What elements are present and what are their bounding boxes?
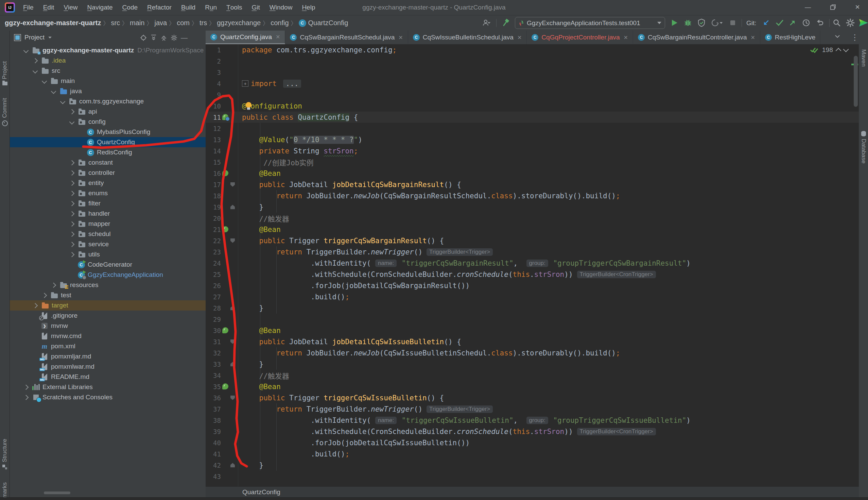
close-icon[interactable]: ✕ (398, 34, 403, 41)
code-line-32[interactable]: 32 return JobBuilder.newJob(CqSwIssueBul… (206, 347, 859, 359)
breadcrumb-item[interactable]: src (111, 19, 120, 27)
code-line-20[interactable]: 20 //触发器 (206, 213, 859, 224)
line-number[interactable]: 41 (206, 448, 221, 459)
line-number[interactable]: 38 (206, 414, 221, 426)
restore-icon[interactable] (822, 0, 844, 14)
line-number[interactable]: 40 (206, 437, 221, 448)
code-line-34[interactable]: 34 //触发器 (206, 370, 859, 381)
line-number[interactable]: 23 (206, 246, 221, 258)
fold-marker-icon[interactable] (231, 306, 235, 310)
menu-file[interactable]: File (18, 0, 38, 15)
code-line-24[interactable]: 24 .withIdentity( name: "triggerCqSwBarg… (206, 258, 859, 269)
profiler-icon[interactable] (709, 18, 725, 28)
menu-build[interactable]: Build (176, 0, 200, 15)
line-number[interactable]: 24 (206, 258, 221, 269)
line-number[interactable]: 9 (206, 89, 221, 100)
tab-CqSwBargainResultSchedul.java[interactable]: CCqSwBargainResultSchedul.java✕ (285, 31, 408, 44)
chevron-right-icon[interactable] (69, 170, 75, 175)
fold-marker-icon[interactable] (231, 205, 235, 209)
line-number[interactable]: 4 (206, 78, 221, 89)
code-line-31[interactable]: 31 public JobDetail jobDetailCqSwIssueBu… (206, 336, 859, 347)
code-editor[interactable]: 1package com.trs.ggzyexchange.config;234… (206, 44, 859, 486)
chevron-right-icon[interactable] (42, 293, 47, 298)
code-line-37[interactable]: 37 return TriggerBuilder.newTrigger()Tri… (206, 404, 859, 414)
chevron-right-icon[interactable] (69, 191, 75, 196)
fold-marker-icon[interactable] (231, 396, 235, 400)
stripe-tab-database[interactable]: Database (859, 131, 868, 163)
breadcrumb-item[interactable]: ggzyexchange (217, 19, 261, 27)
close-icon[interactable]: ✕ (517, 34, 522, 41)
chevron-right-icon[interactable] (69, 231, 75, 237)
tab-CqSwIssueBulletinSchedul.java[interactable]: CCqSwIssueBulletinSchedul.java✕ (408, 31, 527, 44)
code-line-39[interactable]: 39 .withSchedule(CronScheduleBuilder.cro… (206, 426, 859, 437)
line-number[interactable]: 33 (206, 359, 221, 370)
line-number[interactable]: 27 (206, 291, 221, 303)
close-icon[interactable]: ✕ (275, 34, 280, 40)
code-line-15[interactable]: 15 //创建Job实例 (206, 157, 859, 168)
code-line-17[interactable]: 17 public JobDetail jobDetailCqSwBargain… (206, 179, 859, 190)
hidden-tabs-chevron-icon[interactable] (834, 33, 841, 39)
tab-QuartzConfig.java[interactable]: CQuartzConfig.java✕ (206, 31, 285, 44)
line-number[interactable]: 32 (206, 347, 221, 359)
line-number[interactable]: 2 (206, 55, 221, 67)
menu-help[interactable]: Help (297, 0, 320, 15)
menu-navigate[interactable]: Navigate (83, 0, 118, 15)
line-number[interactable]: 10 (206, 100, 221, 112)
tree-item-entity[interactable]: entity (10, 178, 206, 188)
line-number[interactable]: 15 (206, 157, 221, 168)
code-line-18[interactable]: 18 return JobBuilder.newJob(CqSwBargainR… (206, 190, 859, 201)
tree-item-.gitignore[interactable]: .gitignore (10, 310, 206, 321)
tree-item-mapper[interactable]: mapper (10, 219, 206, 229)
chevron-right-icon[interactable] (69, 201, 75, 206)
code-line-1[interactable]: 1package com.trs.ggzyexchange.config; (206, 44, 859, 55)
code-line-26[interactable]: 26 .forJob(jobDetailCqSwBargainResult()) (206, 280, 859, 291)
code-line-27[interactable]: 27 .build(); (206, 291, 859, 303)
menu-view[interactable]: View (59, 0, 82, 15)
code-line-29[interactable]: 29 (206, 314, 859, 325)
breadcrumb-item[interactable]: main (130, 19, 144, 27)
line-number[interactable]: 14 (206, 145, 221, 157)
menu-code[interactable]: Code (118, 0, 142, 15)
code-line-10[interactable]: 10@Configuration (206, 100, 859, 112)
user-icon[interactable] (481, 18, 492, 28)
tree-item-constant[interactable]: constant (10, 158, 206, 168)
code-line-30[interactable]: 30 @Bean (206, 325, 859, 336)
toolbox-icon[interactable] (859, 18, 868, 27)
close-icon[interactable]: ✕ (847, 0, 868, 14)
chevron-down-icon[interactable] (60, 99, 66, 104)
code-line-12[interactable]: 12 (206, 123, 859, 134)
panel-settings-icon[interactable] (169, 34, 179, 42)
line-number[interactable]: 22 (206, 235, 221, 246)
breadcrumb-item[interactable]: QuartzConfig (308, 19, 348, 27)
prev-problem-icon[interactable] (835, 48, 841, 54)
tree-item-service[interactable]: service (10, 239, 206, 249)
tree-item-target[interactable]: target (10, 300, 206, 310)
tree-item-pomxmlwar.md[interactable]: MDpomxmlwar.md (10, 362, 206, 372)
collapse-all-icon[interactable] (159, 34, 169, 42)
tab-CqGqProjectController.java[interactable]: CCqGqProjectController.java✕ (527, 31, 633, 44)
tree-item-QuartzConfig[interactable]: CQuartzConfig (10, 137, 206, 147)
code-line-16[interactable]: 16 @Bean (206, 168, 859, 179)
breadcrumb-class[interactable]: QuartzConfig (242, 488, 280, 496)
menu-tools[interactable]: Tools (222, 0, 247, 15)
chevron-right-icon[interactable] (69, 241, 75, 247)
locate-file-icon[interactable] (138, 34, 149, 42)
code-line-23[interactable]: 23 return TriggerBuilder.newTrigger()Tri… (206, 246, 859, 258)
tree-item-pom.xml[interactable]: mpom.xml (10, 341, 206, 351)
settings-icon[interactable] (845, 18, 856, 28)
stripe-tab-maven[interactable]: Maven (859, 49, 868, 67)
run-icon[interactable] (669, 18, 680, 28)
hide-panel-icon[interactable]: — (179, 34, 189, 42)
line-number[interactable]: 25 (206, 269, 221, 280)
stripe-tab-commit[interactable]: Commit (0, 98, 10, 126)
chevron-right-icon[interactable] (23, 395, 29, 400)
code-line-33[interactable]: 33 } (206, 359, 859, 370)
tree-item-.idea[interactable]: .idea (10, 55, 206, 66)
menu-run[interactable]: Run (200, 0, 222, 15)
chevron-right-icon[interactable] (51, 282, 56, 288)
fold-expand-icon[interactable]: + (242, 80, 248, 87)
code-line-41[interactable]: 41 .build(); (206, 448, 859, 459)
chevron-right-icon[interactable] (69, 180, 75, 186)
line-number[interactable]: 13 (206, 134, 221, 145)
line-number[interactable]: 12 (206, 123, 221, 134)
